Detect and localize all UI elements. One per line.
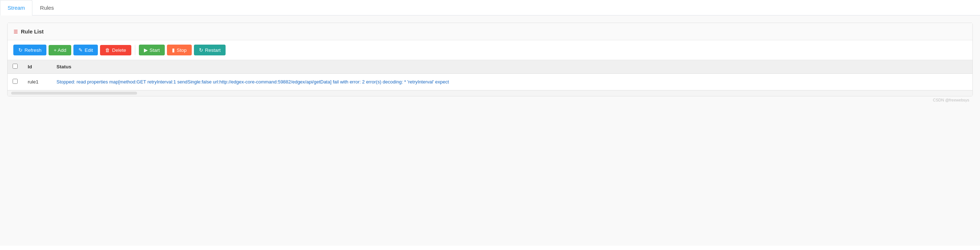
rule-list-panel: ≣ Rule List ↻ Refresh + Add ✎ Edit 🗑 bbox=[7, 23, 973, 96]
add-button[interactable]: + Add bbox=[49, 45, 71, 56]
delete-button[interactable]: 🗑 Delete bbox=[100, 45, 131, 56]
select-all-checkbox[interactable] bbox=[13, 64, 18, 69]
horizontal-scrollbar[interactable] bbox=[11, 92, 137, 95]
refresh-button[interactable]: ↻ Refresh bbox=[13, 45, 46, 56]
rule-list-icon: ≣ bbox=[13, 28, 18, 35]
table-body: rule1 Stopped: read properties map[metho… bbox=[8, 74, 972, 90]
row-checkbox-cell bbox=[8, 74, 23, 90]
row-status-text: Stopped: read properties map[method:GET … bbox=[56, 79, 560, 84]
watermark: CSDN @freewebsys bbox=[7, 96, 973, 104]
main-content: ≣ Rule List ↻ Refresh + Add ✎ Edit 🗑 bbox=[0, 16, 980, 246]
edit-icon: ✎ bbox=[78, 47, 83, 53]
col-header-id: Id bbox=[23, 60, 51, 74]
rule-table: Id Status rul bbox=[8, 60, 972, 90]
stop-icon: ▮ bbox=[172, 47, 175, 53]
edit-button[interactable]: ✎ Edit bbox=[73, 45, 98, 56]
table-header-row: Id Status bbox=[8, 60, 972, 74]
start-button[interactable]: ▶ Start bbox=[139, 45, 165, 56]
col-header-status: Status bbox=[51, 60, 972, 74]
tab-bar: Stream Rules bbox=[0, 0, 980, 16]
tab-stream[interactable]: Stream bbox=[0, 0, 32, 16]
row-status-cell: Stopped: read properties map[method:GET … bbox=[51, 74, 972, 90]
refresh-icon: ↻ bbox=[18, 47, 23, 53]
row-id-cell: rule1 bbox=[23, 74, 51, 90]
stop-button[interactable]: ▮ Stop bbox=[167, 45, 192, 56]
table-row: rule1 Stopped: read properties map[metho… bbox=[8, 74, 972, 90]
toolbar: ↻ Refresh + Add ✎ Edit 🗑 Delete ▶ Star bbox=[8, 40, 972, 60]
tab-rules[interactable]: Rules bbox=[32, 0, 61, 16]
start-icon: ▶ bbox=[144, 47, 148, 53]
panel-header: ≣ Rule List bbox=[8, 23, 972, 40]
restart-button[interactable]: ↻ Restart bbox=[194, 45, 226, 56]
delete-icon: 🗑 bbox=[105, 48, 110, 53]
toolbar-separator bbox=[135, 45, 135, 55]
table-header: Id Status bbox=[8, 60, 972, 74]
restart-icon: ↻ bbox=[199, 47, 203, 53]
col-header-checkbox bbox=[8, 60, 23, 74]
rule-table-container: Id Status rul bbox=[8, 60, 972, 90]
scrollbar-row bbox=[8, 90, 972, 96]
panel-title: Rule List bbox=[21, 29, 43, 35]
row-checkbox[interactable] bbox=[13, 79, 18, 84]
app-container: Stream Rules ≣ Rule List ↻ Refresh bbox=[0, 0, 980, 250]
